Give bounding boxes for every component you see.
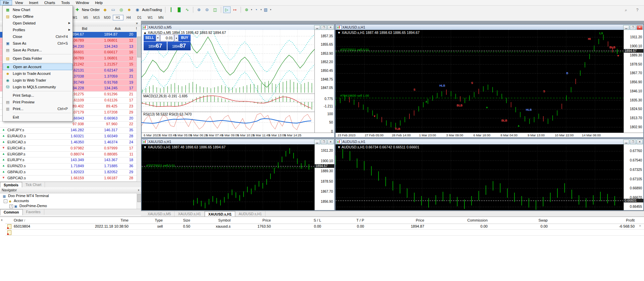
market-watch-close-icon[interactable]: ✕: [135, 21, 139, 26]
time-scale[interactable]: 23 Feb 202327 Feb 05:0028 Feb 14:001 Mar…: [336, 133, 643, 137]
search-icon[interactable]: ⌕: [622, 7, 630, 13]
indicators-icon[interactable]: ⊕: [243, 6, 250, 13]
orders-col-s-l[interactable]: S / L: [313, 218, 321, 222]
chart-tab[interactable]: XAUUSD.s,M5: [144, 211, 175, 217]
orders-col-price[interactable]: Price: [416, 218, 424, 222]
file-menu-print[interactable]: ▥Print...Ctrl+P: [3, 105, 72, 112]
autoscroll-icon[interactable]: ▷: [223, 6, 231, 13]
timeframe-W1[interactable]: W1: [145, 15, 156, 20]
orders-col-price[interactable]: Price: [262, 218, 271, 222]
lot-size-input[interactable]: 0.01: [160, 35, 174, 41]
navigator-item[interactable]: + ▣ DooPrime-Demo: [0, 203, 137, 208]
window-restore-button[interactable]: ❐: [321, 25, 327, 30]
orders-col-profit[interactable]: Profit: [626, 218, 635, 222]
menu-insert[interactable]: Insert: [26, 0, 41, 5]
menu-charts[interactable]: Charts: [41, 0, 58, 5]
lot-decrease-icon[interactable]: ▾: [156, 35, 160, 41]
navigator-scrollbar[interactable]: [137, 193, 141, 209]
order-row[interactable]: 650198042022.11.18 10:38:50sell0.50xauus…: [5, 224, 644, 230]
price-scale[interactable]: 1911.201900.101889.301878.501867.701856.…: [624, 30, 643, 133]
file-menu-open-deleted[interactable]: Open Deleted▶: [3, 20, 72, 27]
menu-window[interactable]: Window: [73, 0, 92, 5]
navigator-item[interactable]: - ☻ Accounts: [0, 198, 137, 203]
file-menu-exit[interactable]: Exit: [3, 114, 72, 121]
zoom-in-icon[interactable]: ⊕: [195, 6, 203, 13]
market-watch-row[interactable]: ▲ EURGBP.s 0.88074 0.88085 11: [0, 152, 137, 158]
mw-col-spread[interactable]: !: [136, 27, 137, 31]
orders-col-size[interactable]: Size: [183, 218, 190, 222]
orders-col-swap[interactable]: Swap: [538, 218, 548, 222]
file-menu-open-offline[interactable]: ▨Open Offline: [3, 13, 72, 20]
chart-body[interactable]: 1911.201900.101889.301878.501867.701856.…: [142, 144, 334, 210]
window-minimize-button[interactable]: ▁: [623, 25, 629, 30]
tab-common[interactable]: Common: [0, 209, 23, 215]
market-watch-scrollbar[interactable]: [137, 32, 141, 182]
market-watch-row[interactable]: ▲ EURAUD.s 1.60321 1.60349 28: [0, 134, 137, 140]
file-menu-close[interactable]: CloseCtrl+F4: [3, 33, 72, 40]
file-menu-open-data-folder[interactable]: ▨Open Data Folder: [3, 55, 72, 62]
help-icon[interactable]: ?: [634, 7, 641, 13]
new-order-button[interactable]: New Order: [82, 8, 100, 12]
market-watch-row[interactable]: ▲ CHFJPY.s 146.282 146.317 35: [0, 128, 137, 134]
file-menu-open-an-account[interactable]: ☻Open an Account: [3, 63, 72, 70]
navigator-close-icon[interactable]: x: [137, 188, 141, 192]
orders-col-order[interactable]: Order /: [14, 218, 25, 222]
timeframe-D1[interactable]: D1: [134, 15, 145, 20]
sell-button[interactable]: SELL: [144, 35, 156, 41]
orders-col-type[interactable]: Type: [155, 218, 163, 222]
chart-body[interactable]: 0.677600.675400.673250.671050.668900.666…: [336, 144, 643, 210]
market-watch-row[interactable]: ▲ EURNZD.s 1.71849 1.71885 36: [0, 163, 137, 170]
price-scale[interactable]: 1857.351855.651853.901852.201850.451848.…: [314, 30, 334, 133]
chart-shift-icon[interactable]: ↦: [231, 6, 239, 13]
chart-tab[interactable]: AUDUSD.s,H1: [235, 211, 265, 217]
zoom-out-icon[interactable]: ⊖: [203, 6, 211, 13]
market-watch-row[interactable]: ▼ GBPCAD.s 1.66159 1.66187 28: [0, 176, 137, 182]
periods-icon[interactable]: ◔: [252, 6, 260, 13]
candlestick-icon[interactable]: █: [176, 6, 183, 13]
tab-favorites[interactable]: Favorites: [23, 209, 44, 215]
timeframe-M5[interactable]: M5: [81, 15, 91, 20]
chart-body[interactable]: 1857.351855.651853.901852.201850.451848.…: [142, 30, 334, 137]
timeframe-M30[interactable]: M30: [102, 15, 113, 20]
terminal-close-icon[interactable]: x: [1, 218, 3, 222]
file-menu-new-chart[interactable]: ▦New Chart: [3, 6, 72, 13]
sell-price[interactable]: 189467: [144, 42, 167, 50]
buy-price[interactable]: 189487: [167, 42, 191, 50]
window-minimize-button[interactable]: ▁: [314, 140, 320, 144]
chart-window[interactable]: XAUUSD.s,H1 ▁ ❐ ✕ 1911.201900.101889.301…: [335, 24, 644, 138]
menu-file[interactable]: File: [0, 0, 12, 5]
chart-body[interactable]: 1911.201900.101889.301878.501867.701856.…: [336, 30, 643, 137]
autotrading-button[interactable]: AutoTrading: [142, 8, 162, 12]
signal-icon[interactable]: ◎: [117, 6, 125, 13]
price-scale[interactable]: 1911.201900.101889.301878.501867.701856.…: [314, 144, 334, 210]
chart-titlebar[interactable]: XAUUSD.s,M5 ▁ ❐ ✕: [142, 25, 334, 30]
one-click-trading-widget[interactable]: SELL ▾ 0.01 ▴ BUY 189467 189487: [144, 35, 191, 50]
orders-col-time[interactable]: Time: [120, 218, 129, 222]
timeframe-H1[interactable]: H1: [113, 15, 123, 20]
file-menu-profiles[interactable]: Profiles▶: [3, 27, 72, 33]
market-watch-row[interactable]: ▲ GBPAUD.s 1.82023 1.82052 29: [0, 170, 137, 176]
orders-col-t-p[interactable]: T / P: [356, 218, 364, 222]
chart-titlebar[interactable]: XAUUSD.s,H1 ▁ ❐ ✕: [336, 25, 643, 30]
bar-chart-icon[interactable]: ▕▏: [167, 6, 175, 13]
orders-col-commission[interactable]: Commission: [467, 218, 488, 222]
wallet-icon[interactable]: ◆: [101, 6, 109, 13]
chart-tab[interactable]: XAUUSD.s,H1: [175, 211, 204, 217]
timeframe-MN[interactable]: MN: [156, 15, 166, 20]
terminal-icon[interactable]: ▭: [109, 6, 117, 13]
window-close-button[interactable]: ✕: [637, 25, 643, 30]
market-watch-row[interactable]: ▲ EURCAD.s 1.46350 1.46374 24: [0, 140, 137, 146]
orders-col-symbol[interactable]: Symbol: [218, 218, 231, 222]
window-restore-button[interactable]: ❐: [321, 140, 327, 144]
chart-window[interactable]: XAUUSD.s,H1 ▁ ❐ ✕ 1911.201900.101889.301…: [141, 139, 335, 210]
new-order-icon[interactable]: ✚: [73, 6, 81, 13]
order-row-partial[interactable]: [5, 230, 644, 236]
chart-window[interactable]: XAUUSD.s,M5 ▁ ❐ ✕ 1857.351855.651853.901…: [141, 24, 335, 138]
timeframe-M15[interactable]: M15: [91, 15, 102, 20]
window-restore-button[interactable]: ❐: [630, 25, 636, 30]
line-chart-icon[interactable]: ∿: [184, 6, 191, 13]
mw-col-bid[interactable]: Bid: [82, 27, 87, 31]
window-minimize-button[interactable]: ▁: [314, 25, 320, 30]
tab-tick-chart[interactable]: Tick Chart: [22, 182, 45, 188]
expert-icon[interactable]: ☻: [126, 6, 133, 13]
